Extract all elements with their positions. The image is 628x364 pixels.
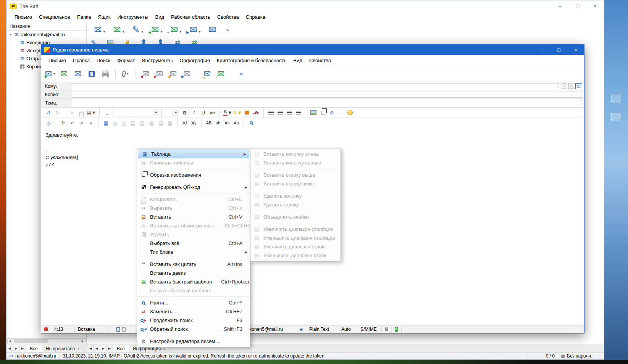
insert-image-button[interactable] [309, 108, 318, 117]
lowercase-button[interactable]: ab [214, 119, 222, 127]
menu-item-paste-as-quote[interactable]: “ Вставить как цитату Alt+Ins [137, 260, 250, 269]
next-mail-button[interactable]: ✉▶ [153, 68, 166, 81]
to-input[interactable] [71, 83, 559, 89]
font-family-select[interactable]: ▼ [113, 109, 159, 116]
prev-unread-button[interactable]: ✉◀ [167, 68, 179, 81]
reply-all-button[interactable]: ✉◀▼ [148, 24, 162, 36]
clear-format-button[interactable]: A [252, 108, 260, 117]
capitalize-button[interactable]: Aa [223, 119, 231, 127]
folder-tab-all[interactable]: Все [26, 345, 42, 352]
tab-next-icon[interactable]: ▶ [13, 345, 19, 352]
tab-close-icon[interactable]: × [77, 346, 79, 351]
align-center-button[interactable] [276, 108, 284, 117]
font-size-select[interactable]: ▼ [161, 109, 179, 116]
insert-link-button[interactable]: ⊕ [328, 108, 336, 117]
address-book-button[interactable]: ▤ [575, 83, 582, 89]
minimize-button[interactable]: – [551, 0, 569, 12]
menu-item-crop-image[interactable]: Обрезка изображения [137, 171, 250, 179]
new-mail-button[interactable]: ✉▼ [91, 24, 105, 36]
folder-tab-unread[interactable]: Не прочитано× [42, 345, 84, 352]
globe-icon[interactable]: ⊕ [296, 325, 306, 333]
horizontal-scrollbar[interactable]: ◀ ▶ [7, 338, 86, 343]
search-button[interactable] [247, 119, 255, 127]
editor-menu-edit[interactable]: Правка [69, 56, 93, 65]
editor-maximize-button[interactable]: □ [551, 44, 567, 55]
redirect-button[interactable]: ✉▶▼ [186, 24, 200, 36]
open-mail-button[interactable]: ✉ [72, 68, 84, 81]
menu-tools[interactable]: Инструменты [114, 13, 152, 21]
charset[interactable]: Auto [338, 325, 357, 333]
menu-item-table[interactable]: ▦ Таблица ▶ [138, 150, 249, 158]
crop-image-button[interactable] [318, 108, 327, 117]
redo-icon[interactable]: ↻ [53, 108, 62, 117]
editor-menu-spelling[interactable]: Орфография [176, 56, 213, 65]
editor-menu-format[interactable]: Формат [114, 56, 138, 65]
italic-button[interactable]: I [190, 108, 198, 117]
desktop-icon[interactable] [611, 113, 621, 121]
send-button[interactable]: ✉▶▼ [44, 68, 57, 81]
strikethrough-button[interactable]: ab [208, 108, 216, 117]
scroll-right-icon[interactable]: ▶ [80, 339, 85, 343]
menu-item-generate-qr[interactable]: Генерировать QR-код ▶ [137, 183, 250, 192]
menu-item-replace[interactable]: ⇄ Заменить... Ctrl+F7 [137, 307, 250, 316]
send-now-button[interactable]: ✉ [58, 68, 70, 81]
smiley-button[interactable] [346, 108, 354, 117]
menu-item-find-prev[interactable]: ◀ Обратный поиск Shift+F3 [137, 325, 250, 333]
toolbar-overflow-icon[interactable]: » [226, 27, 229, 33]
desktop-icon[interactable] [611, 95, 621, 103]
reply-button[interactable]: ✉▼ [110, 24, 124, 36]
tab-first-icon[interactable]: |◀ [87, 345, 94, 352]
encrypt-mail-button[interactable]: ✉ [201, 68, 213, 81]
sign-mail-button[interactable]: ✉✓ [215, 68, 227, 81]
account-row[interactable]: ▾ ✉ raikkonen5@mail.ru [6, 31, 86, 39]
menu-help[interactable]: Справка [242, 13, 269, 21]
insert-symbol-icon[interactable]: „ [103, 108, 111, 117]
underline-button[interactable]: U [199, 108, 207, 117]
cut-icon[interactable]: ✂ [68, 108, 77, 117]
menu-item-select-all[interactable]: Выбрать всё Ctrl+A [137, 239, 250, 248]
prev-mail-button[interactable]: ✉◀ [140, 68, 152, 81]
attach-button[interactable]: ▼ [119, 68, 132, 81]
forward-button[interactable]: ✉«▼ [167, 24, 181, 36]
bullet-list-button[interactable]: •≡ [68, 119, 77, 127]
menu-folder[interactable]: Папка [74, 13, 95, 21]
editor-menu-search[interactable]: Поиск [93, 56, 114, 65]
editor-menu-mail[interactable]: Письмо [45, 56, 69, 65]
close-editor-button[interactable]: × [235, 68, 247, 81]
indent-button[interactable]: » [87, 119, 95, 127]
menu-item-find[interactable]: Найти... Ctrl+F [137, 298, 250, 307]
horizontal-rule-button[interactable]: — [337, 108, 345, 117]
highlight-button[interactable]: ✎▼ [233, 108, 242, 117]
smime[interactable]: S/MIME [357, 325, 382, 333]
folder-column-header[interactable]: Название [6, 22, 86, 31]
copy-icon[interactable] [77, 108, 86, 117]
compose-template-button[interactable]: ✎▼ [129, 24, 143, 36]
encrypt-toggle[interactable] [382, 325, 392, 333]
editor-close-button[interactable]: × [567, 44, 584, 55]
font-color-button[interactable]: A▼ [223, 108, 232, 117]
editor-menu-crypto[interactable]: Криптография и безопасность [213, 56, 290, 65]
align-right-button[interactable] [285, 108, 294, 117]
editor-menu-properties[interactable]: Свойства [306, 56, 334, 65]
fill-color-button[interactable] [243, 108, 251, 117]
save-button[interactable] [86, 68, 98, 81]
menu-view[interactable]: Вид [152, 13, 168, 21]
expander-icon[interactable]: ▾ [9, 33, 13, 37]
insert-mode[interactable]: Вставка [75, 325, 110, 333]
menu-mailbox[interactable]: Ящик [94, 13, 114, 21]
menu-properties[interactable]: Свойства [214, 13, 242, 21]
numbered-list-button[interactable]: 1≡ [59, 119, 68, 127]
headers-next-button[interactable]: » [568, 83, 574, 89]
smiley-toggle[interactable] [392, 325, 402, 333]
subscript-button[interactable]: X₂ [190, 119, 198, 127]
menu-item-block-type[interactable]: Тип блока ▶ [137, 248, 250, 256]
uppercase-button[interactable]: AB [205, 119, 213, 127]
menu-item-editor-settings[interactable]: ⚙ Настройка редактора писем... [137, 337, 250, 346]
scroll-left-icon[interactable]: ◀ [8, 339, 13, 343]
message-tab-all[interactable]: Все [113, 345, 129, 352]
mail-format[interactable]: Plain Text [306, 325, 338, 333]
maximize-button[interactable]: □ [569, 0, 586, 12]
print-button[interactable] [99, 68, 111, 81]
superscript-button[interactable]: X² [181, 119, 189, 127]
subject-input[interactable] [71, 100, 583, 106]
